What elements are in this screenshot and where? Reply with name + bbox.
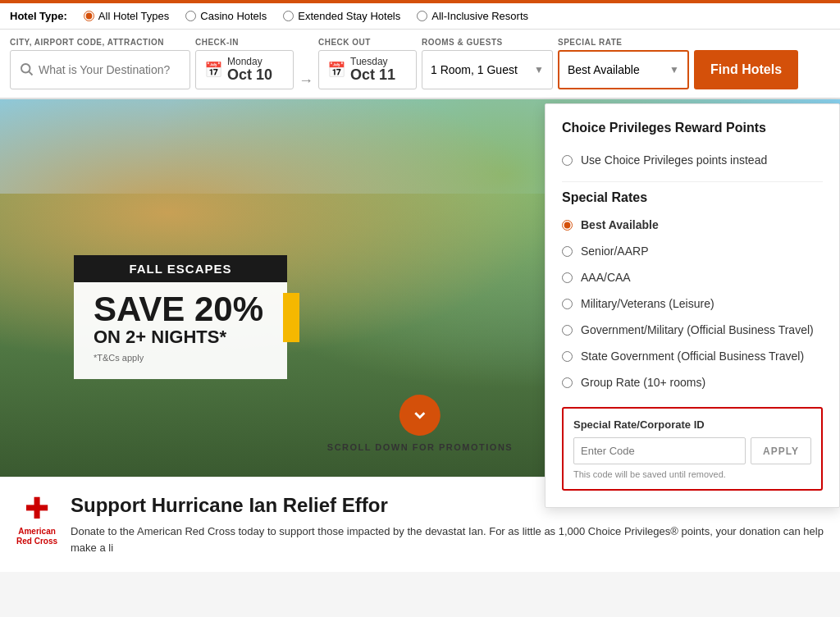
svg-point-0 xyxy=(21,64,30,73)
svg-line-1 xyxy=(29,71,32,75)
red-cross-logo: ✚ American Red Cross xyxy=(16,494,57,546)
rate-option-stategov[interactable]: State Government (Official Business Trav… xyxy=(562,343,823,369)
special-rate-label: SPECIAL RATE xyxy=(558,38,689,47)
hotel-type-extended[interactable]: Extended Stay Hotels xyxy=(283,10,400,22)
hotel-type-allinclusive[interactable]: All-Inclusive Resorts xyxy=(417,10,528,22)
rate-military-label: Military/Veterans (Leisure) xyxy=(581,297,714,310)
checkout-field-group: CHECK OUT 📅 Tuesday Oct 11 xyxy=(318,38,417,89)
checkin-weekday: Monday xyxy=(227,56,272,67)
rate-option-group[interactable]: Group Rate (10+ rooms) xyxy=(562,369,823,395)
rate-option-govmilitary[interactable]: Government/Military (Official Business T… xyxy=(562,317,823,343)
checkout-weekday: Tuesday xyxy=(350,56,395,67)
special-rate-dropdown: Choice Privileges Reward Points Use Choi… xyxy=(545,103,840,508)
checkout-calendar-icon: 📅 xyxy=(327,61,345,79)
promo-title: FALL ESCAPES xyxy=(74,255,287,282)
checkin-calendar-icon: 📅 xyxy=(204,61,222,79)
hotel-type-casino[interactable]: Casino Hotels xyxy=(185,10,267,22)
scroll-text: SCROLL DOWN FOR PROMOTIONS xyxy=(327,442,513,452)
checkout-label: CHECK OUT xyxy=(318,38,417,47)
privileges-title: Choice Privileges Reward Points xyxy=(562,121,823,135)
special-rate-field-group: SPECIAL RATE Best Available ▼ xyxy=(558,38,689,89)
rate-option-senior[interactable]: Senior/AARP xyxy=(562,238,823,264)
hotel-type-bar: Hotel Type: All Hotel Types Casino Hotel… xyxy=(0,3,840,30)
rate-stategov-label: State Government (Official Business Trav… xyxy=(581,350,804,363)
checkin-field[interactable]: 📅 Monday Oct 10 xyxy=(195,50,294,89)
rate-option-aaa[interactable]: AAA/CAA xyxy=(562,264,823,290)
rooms-guests-field[interactable]: 1 Room, 1 Guest ▼ xyxy=(422,50,553,89)
corporate-id-row: APPLY xyxy=(573,437,811,464)
checkin-date: Oct 10 xyxy=(227,67,272,84)
date-arrow-icon: → xyxy=(299,72,313,89)
privileges-option[interactable]: Use Choice Privileges points instead xyxy=(562,147,823,173)
destination-label: CITY, AIRPORT CODE, ATTRACTION xyxy=(10,38,190,47)
hotel-type-label: Hotel Type: xyxy=(10,10,67,22)
promo-save: SAVE 20% xyxy=(94,292,267,327)
corporate-id-label: Special Rate/Corporate ID xyxy=(573,418,811,431)
special-rates-title: Special Rates xyxy=(562,190,823,205)
scroll-circle-icon xyxy=(399,395,441,436)
destination-field[interactable] xyxy=(10,50,190,89)
hotel-type-all[interactable]: All Hotel Types xyxy=(84,10,169,22)
rate-govmilitary-label: Government/Military (Official Business T… xyxy=(581,323,814,336)
find-hotels-button[interactable]: Find Hotels xyxy=(694,50,798,89)
red-cross-name-line1: American xyxy=(16,527,57,537)
corporate-hint: This code will be saved until removed. xyxy=(573,469,811,479)
rate-senior-label: Senior/AARP xyxy=(581,245,648,258)
rooms-guests-value: 1 Room, 1 Guest xyxy=(431,63,518,76)
corporate-id-input[interactable] xyxy=(573,437,746,464)
special-rate-chevron-icon: ▼ xyxy=(669,64,679,75)
page-wrapper: Hotel Type: All Hotel Types Casino Hotel… xyxy=(0,0,840,572)
promo-nights: ON 2+ NIGHTS* xyxy=(94,327,267,348)
special-rate-value: Best Available xyxy=(568,63,640,76)
red-cross-icon: ✚ xyxy=(25,494,49,523)
rate-best-label: Best Available xyxy=(581,218,659,231)
rooms-guests-label: ROOMS & GUESTS xyxy=(422,38,553,47)
search-icon xyxy=(19,62,34,79)
checkin-field-group: CHECK-IN 📅 Monday Oct 10 xyxy=(195,38,294,89)
promo-yellow-accent xyxy=(283,293,299,342)
promo-box: FALL ESCAPES SAVE 20% ON 2+ NIGHTS* *T&C… xyxy=(74,255,287,379)
apply-button[interactable]: APPLY xyxy=(751,437,811,464)
promo-tcs: *T&Cs apply xyxy=(94,353,267,363)
rate-group-label: Group Rate (10+ rooms) xyxy=(581,376,705,389)
corporate-id-section: Special Rate/Corporate ID APPLY This cod… xyxy=(562,407,823,491)
rate-option-military[interactable]: Military/Veterans (Leisure) xyxy=(562,290,823,317)
red-cross-name-line2: Red Cross xyxy=(16,537,57,546)
privileges-option-label: Use Choice Privileges points instead xyxy=(581,153,767,167)
rooms-guests-field-group: ROOMS & GUESTS 1 Room, 1 Guest ▼ xyxy=(422,38,553,89)
red-cross-body: Donate to the American Red Cross today t… xyxy=(71,523,824,555)
destination-field-group: CITY, AIRPORT CODE, ATTRACTION xyxy=(10,38,190,89)
special-rate-field[interactable]: Best Available ▼ xyxy=(558,50,689,89)
checkin-label: CHECK-IN xyxy=(195,38,294,47)
checkout-field[interactable]: 📅 Tuesday Oct 11 xyxy=(318,50,417,89)
scroll-down-button[interactable]: SCROLL DOWN FOR PROMOTIONS xyxy=(327,395,513,452)
dropdown-divider xyxy=(562,181,823,182)
search-bar: CITY, AIRPORT CODE, ATTRACTION CHECK-IN … xyxy=(0,30,840,99)
rooms-guests-chevron-icon: ▼ xyxy=(534,64,544,75)
rate-option-best[interactable]: Best Available xyxy=(562,212,823,238)
rate-aaa-label: AAA/CAA xyxy=(581,271,631,284)
checkout-date: Oct 11 xyxy=(350,67,395,84)
destination-input[interactable] xyxy=(39,63,181,76)
